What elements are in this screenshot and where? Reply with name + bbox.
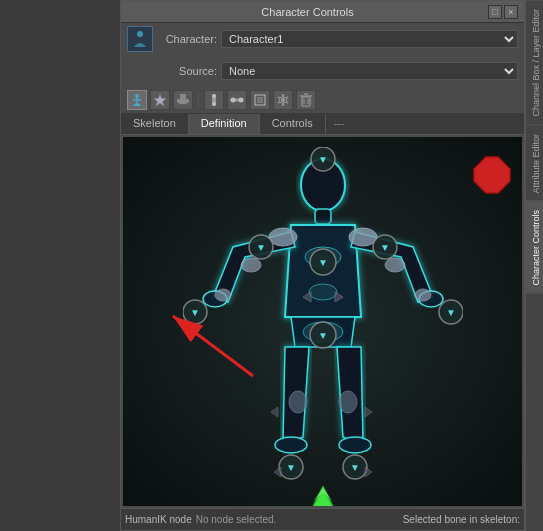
character-thumbnail <box>127 26 153 52</box>
bone-label: Selected bone in skeleton: <box>403 514 520 525</box>
svg-rect-5 <box>180 94 186 99</box>
toolbar-divider <box>198 92 199 108</box>
svg-text:▼: ▼ <box>318 257 328 268</box>
toolbar-settings-icon[interactable] <box>273 90 293 110</box>
left-panel <box>0 0 120 531</box>
tab-controls[interactable]: Controls <box>260 114 326 134</box>
viewport[interactable]: ▼ ▼ ▼ ▼ ▼ ▼ <box>123 137 522 506</box>
svg-point-35 <box>241 258 261 272</box>
svg-marker-64 <box>274 467 281 477</box>
svg-point-38 <box>339 391 357 413</box>
svg-point-13 <box>239 98 244 103</box>
svg-point-12 <box>231 98 236 103</box>
toolbar-body-icon[interactable] <box>173 90 193 110</box>
panel-close-button[interactable]: × <box>504 5 518 19</box>
svg-text:▼: ▼ <box>190 307 200 318</box>
toolbar-bone2-icon[interactable] <box>227 90 247 110</box>
sidebar-tab-attribute-editor[interactable]: Attribute Editor <box>526 125 543 202</box>
tab-definition[interactable]: Definition <box>189 114 260 134</box>
toolbar-star-icon[interactable] <box>150 90 170 110</box>
right-sidebar: Channel Box / Layer Editor Attribute Edi… <box>525 0 543 531</box>
svg-marker-65 <box>365 407 372 417</box>
svg-text:▼: ▼ <box>318 330 328 341</box>
panel-title: Character Controls <box>127 6 488 18</box>
source-label: Source: <box>157 65 217 77</box>
svg-rect-25 <box>315 209 331 224</box>
character-controls-panel: Character Controls □ × Character: Charac… <box>120 0 525 531</box>
svg-rect-15 <box>257 97 263 103</box>
character-figure: ▼ ▼ ▼ ▼ ▼ ▼ <box>183 147 463 506</box>
svg-text:▼: ▼ <box>350 462 360 473</box>
svg-point-31 <box>275 437 307 453</box>
svg-rect-7 <box>177 99 180 103</box>
svg-rect-18 <box>302 97 310 106</box>
svg-rect-8 <box>186 99 189 103</box>
tab-row: Skeleton Definition Controls --- <box>121 114 524 135</box>
svg-rect-6 <box>179 99 187 104</box>
source-spacer <box>127 58 153 84</box>
svg-point-40 <box>415 289 431 301</box>
humanik-label: HumanIK node <box>125 514 192 525</box>
character-label: Character: <box>157 33 217 45</box>
toolbar-bone1-icon[interactable] <box>204 90 224 110</box>
svg-text:▼: ▼ <box>446 307 456 318</box>
svg-text:▼: ▼ <box>318 154 328 165</box>
svg-point-27 <box>309 284 337 300</box>
svg-point-11 <box>212 102 216 106</box>
panel-minimize-button[interactable]: □ <box>488 5 502 19</box>
svg-point-17 <box>281 98 285 102</box>
toolbar-row <box>121 87 524 114</box>
toolbar-frame-icon[interactable] <box>250 90 270 110</box>
svg-text:▼: ▼ <box>256 242 266 253</box>
svg-point-10 <box>212 94 216 98</box>
source-select[interactable]: None <box>221 62 518 80</box>
character-select[interactable]: Character1 <box>221 30 518 48</box>
svg-text:▼: ▼ <box>380 242 390 253</box>
svg-point-1 <box>135 94 139 98</box>
status-bar: HumanIK node No node selected. Selected … <box>121 508 524 530</box>
svg-marker-66 <box>365 467 372 477</box>
main-area: Character Controls □ × Character: Charac… <box>120 0 525 531</box>
source-row: Source: None <box>121 55 524 87</box>
sidebar-tab-channel-box[interactable]: Channel Box / Layer Editor <box>526 0 543 125</box>
sidebar-tab-character-controls[interactable]: Character Controls <box>526 201 543 294</box>
panel-titlebar: Character Controls □ × <box>121 1 524 23</box>
tab-dash: --- <box>326 114 353 134</box>
viewport-inner: ▼ ▼ ▼ ▼ ▼ ▼ <box>123 137 522 506</box>
node-status: No node selected. <box>196 514 277 525</box>
svg-point-32 <box>339 437 371 453</box>
tab-skeleton[interactable]: Skeleton <box>121 114 189 134</box>
svg-point-37 <box>289 391 307 413</box>
svg-text:▼: ▼ <box>286 462 296 473</box>
character-row: Character: Character1 <box>121 23 524 55</box>
toolbar-figure-icon[interactable] <box>127 90 147 110</box>
svg-point-39 <box>215 289 231 301</box>
svg-point-0 <box>137 31 143 37</box>
panel-title-buttons: □ × <box>488 5 518 19</box>
stop-sign[interactable] <box>472 155 512 195</box>
svg-marker-4 <box>154 94 166 106</box>
svg-marker-23 <box>474 157 510 193</box>
svg-marker-63 <box>271 407 278 417</box>
toolbar-delete-icon[interactable] <box>296 90 316 110</box>
svg-point-36 <box>385 258 405 272</box>
